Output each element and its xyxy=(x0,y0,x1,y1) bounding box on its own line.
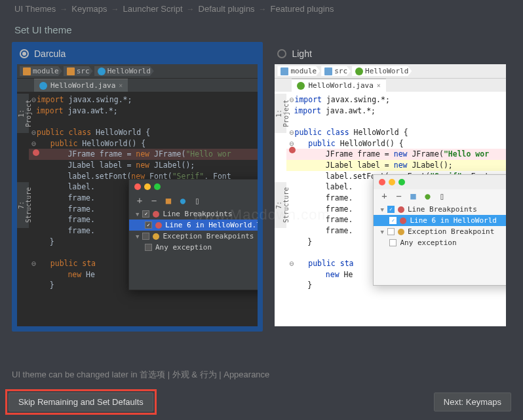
copy-icon[interactable]: ▯ xyxy=(193,197,201,204)
editor-tabs: HelloWorld.java × xyxy=(17,79,258,92)
footer-note: UI theme can be changed later in 首选项 | 外… xyxy=(12,369,269,381)
crumb-item[interactable]: UI Themes xyxy=(14,4,56,14)
tree-group[interactable]: ▼Line Breakpoints xyxy=(133,208,258,220)
editor-tabs: HelloWorld.java × xyxy=(275,79,506,92)
page-title: Set UI theme xyxy=(0,14,523,42)
tree-item-selected[interactable]: Line 6 in HelloWorld.l xyxy=(129,220,258,231)
arrow-icon: → xyxy=(187,5,195,14)
editor-path-crumbs: module src HelloWorld xyxy=(17,64,258,79)
side-tab-project[interactable]: 1: Project xyxy=(275,94,286,133)
folder-icon[interactable]: ■ xyxy=(409,192,417,200)
checkbox-icon[interactable] xyxy=(145,244,152,251)
checkbox-icon[interactable] xyxy=(389,217,397,224)
minimize-window-icon[interactable] xyxy=(389,179,395,185)
side-tab-project[interactable]: 1: Project xyxy=(17,94,29,133)
checkbox-icon[interactable] xyxy=(387,206,395,213)
crumb-item[interactable]: Launcher Script xyxy=(123,4,183,14)
breakpoints-tree: ▼Line Breakpoints Line 6 in HelloWorld ▼… xyxy=(374,202,506,250)
class-icon xyxy=(39,82,47,90)
radio-icon xyxy=(20,49,29,58)
zoom-window-icon[interactable] xyxy=(398,179,405,185)
crumb-item[interactable]: Keymaps xyxy=(71,4,107,14)
class-icon[interactable]: ● xyxy=(179,197,187,204)
copy-icon[interactable]: ▯ xyxy=(438,192,446,200)
close-window-icon[interactable] xyxy=(379,179,385,185)
breakpoint-icon xyxy=(400,218,406,224)
tree-group[interactable]: ▼Exception Breakpoints xyxy=(133,231,258,242)
remove-icon[interactable]: − xyxy=(395,192,402,200)
theme-label: Light xyxy=(292,48,311,59)
skip-defaults-button[interactable]: Skip Remaining and Set Defaults xyxy=(9,392,153,411)
arrow-icon: → xyxy=(259,5,267,14)
next-button[interactable]: Next: Keymaps xyxy=(434,392,511,411)
zoom-window-icon[interactable] xyxy=(154,183,161,190)
folder-icon xyxy=(324,67,332,75)
theme-label: Darcula xyxy=(34,48,66,59)
tree-group[interactable]: ▼Line Breakpoints xyxy=(378,204,506,215)
tree-item[interactable]: Any exception xyxy=(133,242,258,253)
theme-card-light[interactable]: Light module src HelloWorld HelloWorld.j… xyxy=(269,42,511,332)
popup-titlebar[interactable] xyxy=(374,175,506,189)
minimize-window-icon[interactable] xyxy=(144,183,151,190)
breakpoints-tree: ▼Line Breakpoints Line 6 in HelloWorld.l… xyxy=(129,207,258,254)
popup-toolbar: + − ■ ● ▯ xyxy=(129,194,258,207)
theme-radio-light[interactable]: Light xyxy=(269,42,511,64)
remove-icon[interactable]: − xyxy=(150,197,158,204)
class-icon xyxy=(297,82,305,90)
close-icon[interactable]: × xyxy=(119,82,123,89)
checkbox-icon[interactable] xyxy=(142,210,149,218)
arrow-icon: → xyxy=(111,5,119,14)
exception-icon xyxy=(398,229,404,235)
folder-icon xyxy=(281,67,288,75)
preview-light: module src HelloWorld HelloWorld.java × … xyxy=(275,64,506,326)
checkbox-icon[interactable] xyxy=(389,239,397,246)
radio-icon xyxy=(277,49,286,58)
checkbox-icon[interactable] xyxy=(142,233,149,240)
add-icon[interactable]: + xyxy=(380,192,388,200)
class-icon[interactable]: ● xyxy=(423,192,431,200)
close-window-icon[interactable] xyxy=(134,183,141,190)
tree-item[interactable]: Any exception xyxy=(378,237,506,248)
editor-path-crumbs: module src HelloWorld xyxy=(275,64,506,79)
side-tab-structure[interactable]: 7: Structure xyxy=(275,182,286,228)
popup-titlebar[interactable] xyxy=(129,180,258,194)
theme-radio-darcula[interactable]: Darcula xyxy=(12,42,263,64)
arrow-icon: → xyxy=(60,5,68,14)
folder-icon xyxy=(23,67,31,75)
folder-icon[interactable]: ■ xyxy=(165,197,172,204)
window-controls[interactable] xyxy=(379,179,405,185)
wizard-breadcrumb: UI Themes → Keymaps → Launcher Script → … xyxy=(0,0,523,14)
breakpoint-icon xyxy=(398,206,404,213)
class-icon xyxy=(355,67,363,75)
checkbox-icon[interactable] xyxy=(387,228,395,235)
annotation-highlight: Skip Remaining and Set Defaults xyxy=(5,389,157,415)
theme-card-darcula[interactable]: Darcula module src HelloWorld HelloWorld… xyxy=(12,42,263,332)
tree-item-selected[interactable]: Line 6 in HelloWorld xyxy=(374,215,506,226)
editor-tab[interactable]: HelloWorld.java × xyxy=(292,79,385,92)
side-tab-structure[interactable]: 7: Structure xyxy=(17,182,29,228)
crumb-item[interactable]: Default plugins xyxy=(199,4,255,14)
checkbox-icon[interactable] xyxy=(145,221,152,229)
exception-icon xyxy=(153,233,159,240)
breakpoint-icon xyxy=(155,222,162,229)
folder-icon xyxy=(67,67,75,75)
breakpoint-icon xyxy=(153,211,159,218)
class-icon xyxy=(98,67,106,75)
close-icon[interactable]: × xyxy=(377,82,381,89)
crumb-item[interactable]: Featured plugins xyxy=(271,4,334,14)
add-icon[interactable]: + xyxy=(136,197,144,204)
breakpoint-gutter-icon[interactable] xyxy=(33,149,39,156)
breakpoints-popup[interactable]: + − ■ ● ▯ ▼Line Breakpoints Line 6 in He… xyxy=(373,174,506,286)
popup-toolbar: + − ■ ● ▯ xyxy=(374,189,506,202)
tree-group[interactable]: ▼Exception Breakpoint xyxy=(378,226,506,237)
window-controls[interactable] xyxy=(134,183,161,190)
preview-darcula: module src HelloWorld HelloWorld.java × … xyxy=(17,64,258,326)
breakpoints-popup[interactable]: + − ■ ● ▯ ▼Line Breakpoints Line 6 in He… xyxy=(128,179,258,290)
editor-tab[interactable]: HelloWorld.java × xyxy=(34,79,128,92)
